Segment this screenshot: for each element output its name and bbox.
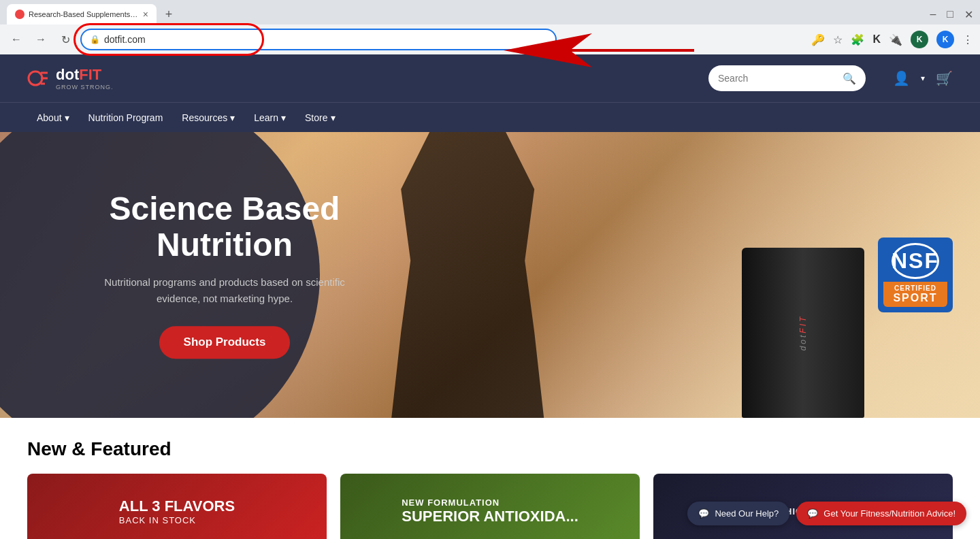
search-icon[interactable]: 🔍 [843, 72, 856, 85]
header-icons: 👤 ▾ 🛒 [893, 70, 953, 86]
cart-icon[interactable]: 🛒 [936, 70, 953, 86]
nutrition-chat-widget[interactable]: 💬 Get Your Fitness/Nutrition Advice! [796, 502, 966, 525]
nav-item-about[interactable]: About ▾ [27, 103, 79, 133]
nsf-badge: NSF CERTIFIED SPORT [878, 238, 953, 312]
user-icon[interactable]: 👤 [893, 70, 910, 86]
hero-supplement-tub: dotFIT [742, 248, 864, 418]
card-2-line2: Superior Antioxida... [402, 508, 578, 525]
hero-title: Science Based Nutrition [82, 191, 368, 263]
card-1-line2: BACK IN STOCK [119, 515, 235, 525]
nsf-sport-text: SPORT [883, 292, 947, 304]
chat-icon-2: 💬 [807, 508, 818, 519]
nsf-circle: NSF [892, 243, 939, 279]
featured-card-1[interactable]: ALL 3 FLAVORS BACK IN STOCK [27, 474, 327, 539]
site-nav: About ▾ Nutrition Program Resources ▾ Le… [0, 102, 980, 132]
card-2-content: New Formulation Superior Antioxida... [388, 484, 592, 539]
featured-card-2[interactable]: New Formulation Superior Antioxida... [340, 474, 640, 539]
browser-menu-icon[interactable]: ⋮ [962, 33, 973, 46]
nsf-main-text: NSF [892, 248, 939, 274]
address-bar[interactable]: 🔒 dotfit.com [80, 29, 557, 50]
extensions-icon[interactable]: 🧩 [851, 33, 864, 46]
new-tab-button[interactable]: + [159, 5, 178, 24]
logo-fit-text: FIT [79, 66, 101, 84]
key-icon: 🔑 [811, 33, 825, 46]
browser-tab-bar: Research-Based Supplements A... × + – □ … [0, 0, 980, 24]
store-dropdown-icon: ▾ [331, 112, 336, 123]
bookmark-icon[interactable]: ☆ [833, 33, 843, 46]
url-input[interactable]: dotfit.com [104, 34, 547, 45]
tab-favicon [15, 10, 24, 19]
nav-item-resources[interactable]: Resources ▾ [172, 103, 244, 133]
puzzle-icon[interactable]: 🔌 [889, 33, 902, 46]
address-bar-wrapper: 🔒 dotfit.com [80, 29, 557, 50]
logo-tagline: GROW STRONG. [56, 84, 114, 91]
minimize-button[interactable]: – [930, 8, 936, 20]
active-tab[interactable]: Research-Based Supplements A... × [7, 4, 157, 24]
hero-subtitle: Nutritional programs and products based … [82, 274, 368, 307]
shop-products-button[interactable]: Shop Products [159, 326, 291, 359]
logo-icon [27, 66, 52, 91]
nsf-certified-text: CERTIFIED [883, 284, 947, 292]
browser-nav-right-icons: 🔑 ☆ 🧩 K 🔌 K K ⋮ [811, 31, 973, 48]
lock-icon: 🔒 [90, 35, 100, 44]
tub-label: dotFIT [798, 315, 808, 351]
logo-dot-text: dot [56, 66, 79, 84]
refresh-button[interactable]: ↻ [56, 30, 75, 49]
maximize-button[interactable]: □ [947, 8, 953, 20]
card-2-line1: New Formulation [402, 497, 578, 508]
help-chat-label: Need Our Help? [715, 508, 779, 519]
site-header: dotFIT GROW STRONG. 🔍 👤 ▾ 🛒 [0, 54, 980, 102]
tab-close-button[interactable]: × [143, 9, 148, 20]
search-box[interactable]: 🔍 [708, 65, 866, 91]
hero-section: dotFIT Science Based Nutrition Nutrition… [0, 132, 980, 418]
nsf-orange-band: CERTIFIED SPORT [883, 282, 947, 307]
user-dropdown-arrow[interactable]: ▾ [921, 74, 925, 83]
chat-icon-1: 💬 [698, 508, 709, 519]
help-chat-widget[interactable]: 💬 Need Our Help? [687, 502, 789, 525]
search-container: 🔍 [708, 65, 866, 91]
nav-item-store[interactable]: Store ▾ [295, 103, 344, 133]
card-1-content: ALL 3 FLAVORS BACK IN STOCK [105, 484, 248, 539]
tab-title: Research-Based Supplements A... [29, 10, 139, 18]
chat-widgets: 💬 Need Our Help? 💬 Get Your Fitness/Nutr… [687, 502, 966, 525]
hero-content: Science Based Nutrition Nutritional prog… [82, 191, 368, 359]
section-heading: New & Featured [27, 438, 953, 460]
profile-avatar-blue[interactable]: K [936, 31, 954, 48]
browser-nav-bar: ← → ↻ 🔒 dotfit.com 🔑 ☆ 🧩 K 🔌 K K ⋮ [0, 24, 980, 54]
about-dropdown-icon: ▾ [65, 112, 69, 123]
nav-item-nutrition[interactable]: Nutrition Program [79, 103, 173, 133]
search-input[interactable] [718, 73, 837, 84]
window-controls: – □ ✕ [930, 8, 973, 21]
nutrition-chat-label: Get Your Fitness/Nutrition Advice! [823, 508, 956, 519]
close-window-button[interactable]: ✕ [964, 8, 973, 21]
card-1-line1: ALL 3 FLAVORS [119, 497, 235, 515]
extension-k-icon[interactable]: K [872, 33, 881, 46]
back-button[interactable]: ← [7, 30, 26, 49]
logo-text-group: dotFIT GROW STRONG. [56, 66, 114, 91]
profile-avatar-green[interactable]: K [911, 31, 928, 48]
forward-button[interactable]: → [31, 30, 50, 49]
site-logo[interactable]: dotFIT GROW STRONG. [27, 66, 114, 91]
nav-item-learn[interactable]: Learn ▾ [244, 103, 295, 133]
learn-dropdown-icon: ▾ [281, 112, 286, 123]
resources-dropdown-icon: ▾ [230, 112, 235, 123]
svg-point-2 [29, 71, 42, 85]
logo-wordmark: dotFIT [56, 66, 114, 84]
